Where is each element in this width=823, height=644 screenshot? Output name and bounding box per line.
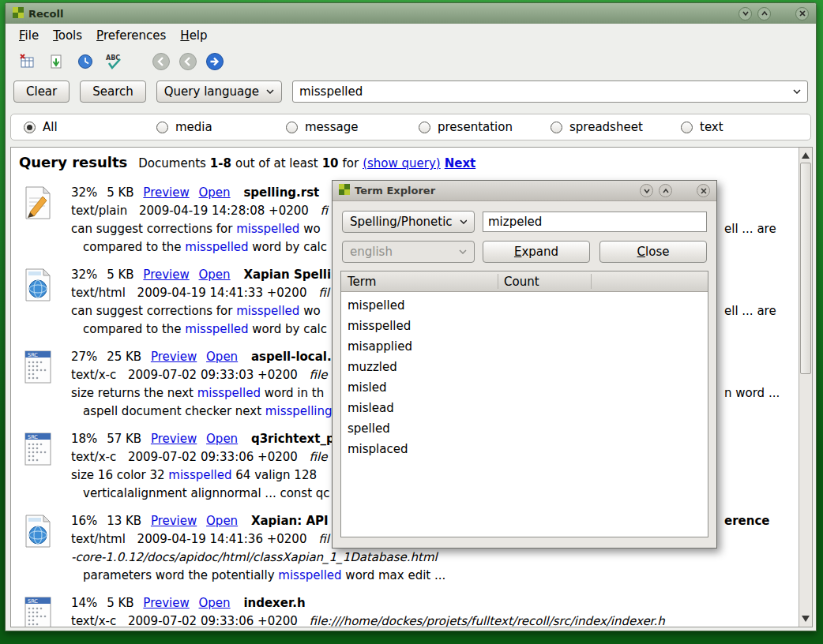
preview-link[interactable]: Preview — [151, 432, 197, 446]
search-term-link[interactable]: misspelled — [236, 222, 299, 236]
term-row[interactable]: misplaced — [341, 439, 708, 459]
search-button[interactable]: Search — [80, 80, 146, 103]
close-button[interactable]: Close — [599, 241, 707, 263]
search-term-link[interactable]: misspelled — [278, 568, 341, 582]
result-url: file — [310, 368, 328, 382]
preview-link[interactable]: Preview — [143, 185, 189, 200]
abstract-text: can suggest corrections for — [71, 222, 236, 236]
scroll-up-button[interactable] — [799, 149, 812, 162]
filter-presentation[interactable]: presentation — [419, 120, 513, 134]
unshade-button[interactable] — [659, 184, 672, 197]
close-button-label: Close — [637, 245, 670, 259]
history-button[interactable] — [75, 51, 96, 72]
filter-message[interactable]: message — [286, 120, 358, 134]
expansion-mode-select[interactable]: Spelling/Phonetic — [342, 211, 475, 233]
term-table-header[interactable]: Term Count — [341, 271, 708, 292]
filter-media[interactable]: media — [156, 120, 212, 134]
open-link[interactable]: Open — [199, 268, 231, 282]
show-query-link[interactable]: (show query) — [363, 156, 441, 170]
menu-preferences[interactable]: Preferences — [89, 25, 173, 46]
shade-button[interactable] — [640, 184, 653, 197]
filter-spreadsheet[interactable]: spreadsheet — [551, 120, 643, 134]
open-link[interactable]: Open — [199, 596, 231, 610]
summary-prefix: Documents — [138, 156, 206, 170]
result-item: SRC 14% 5 KB Preview Open indexer.h — [21, 590, 812, 627]
term-row[interactable]: spelled — [341, 418, 708, 439]
query-language-select[interactable]: Query language — [156, 80, 282, 103]
dialog-title: Term Explorer — [355, 185, 435, 197]
term-cell: mislead — [348, 401, 394, 415]
next-page-button[interactable] — [205, 51, 225, 72]
next-page-link[interactable]: Next — [445, 156, 476, 170]
term-row[interactable]: misspelled — [341, 316, 708, 336]
menu-tools[interactable]: Tools — [46, 25, 89, 46]
scroll-down-button[interactable] — [799, 612, 812, 625]
titlebar[interactable]: Recoll — [6, 3, 816, 24]
query-combobox[interactable] — [292, 80, 808, 103]
result-abstract-line: -core-1.0.12/docs/apidoc/html/classXapia… — [71, 549, 812, 567]
term-row[interactable]: misapplied — [341, 336, 708, 357]
query-input[interactable] — [293, 84, 793, 99]
spellcheck-icon: ABC — [105, 52, 124, 71]
open-link[interactable]: Open — [206, 350, 238, 364]
filter-text[interactable]: text — [681, 120, 723, 134]
search-term-link[interactable]: misspelled — [168, 468, 231, 482]
svg-text:SRC: SRC — [28, 434, 38, 440]
triangle-up-icon — [802, 152, 810, 159]
close-window-button[interactable] — [697, 184, 710, 197]
triangle-down-icon — [802, 616, 810, 622]
preview-link[interactable]: Preview — [151, 350, 197, 364]
shade-button[interactable] — [738, 7, 752, 21]
term-explorer-titlebar[interactable]: Term Explorer — [333, 181, 716, 201]
term-explorer-button[interactable]: ABC — [104, 51, 125, 72]
first-page-button[interactable] — [151, 51, 171, 72]
scrollbar-thumb[interactable] — [800, 163, 811, 374]
clear-button[interactable]: Clear — [13, 80, 70, 103]
language-select[interactable]: english — [342, 241, 475, 263]
search-term-link[interactable]: misspelling — [265, 404, 333, 418]
term-row[interactable]: misled — [341, 377, 708, 398]
open-link[interactable]: Open — [206, 432, 238, 446]
term-cell: spelled — [348, 421, 390, 436]
arrow-left-icon — [179, 52, 197, 71]
source-code-icon: SRC — [21, 596, 55, 627]
menu-help[interactable]: Help — [173, 25, 214, 46]
filter-all[interactable]: All — [24, 120, 58, 134]
expand-button-label: Expand — [514, 245, 558, 259]
unshade-button[interactable] — [757, 7, 771, 21]
result-date: 2009-07-02 09:33:06 +0200 — [128, 450, 298, 464]
language-value: english — [350, 245, 452, 259]
close-button[interactable] — [795, 7, 809, 21]
desktop: Recoll File Tools Preferences Help — [0, 0, 823, 644]
column-term[interactable]: Term — [348, 275, 504, 289]
clear-search-button[interactable] — [17, 51, 37, 72]
term-row[interactable]: muzzled — [341, 357, 708, 377]
column-count[interactable]: Count — [504, 275, 539, 289]
result-url: fil — [318, 532, 329, 546]
preview-link[interactable]: Preview — [151, 514, 197, 528]
save-results-button[interactable] — [46, 51, 66, 72]
menu-file[interactable]: File — [12, 25, 46, 46]
search-term-link[interactable]: misspelled — [236, 304, 299, 318]
search-term-link[interactable]: misspelled — [197, 386, 261, 400]
open-link[interactable]: Open — [206, 514, 238, 528]
clear-table-icon — [18, 53, 36, 70]
abstract-text: size returns the next — [71, 386, 197, 400]
result-mimetype: text/html — [71, 286, 126, 300]
abstract-text: size 16 color 32 — [71, 468, 168, 482]
search-term-link[interactable]: misspelled — [185, 240, 248, 254]
filter-label: presentation — [438, 120, 513, 134]
chevron-down-icon — [266, 89, 274, 94]
open-link[interactable]: Open — [199, 185, 231, 200]
prev-page-button[interactable] — [178, 51, 198, 72]
abstract-text: verticalalignment alignnormal ... const … — [83, 486, 330, 500]
term-row[interactable]: mispelled — [341, 295, 708, 316]
term-row[interactable]: mislead — [341, 398, 708, 418]
preview-link[interactable]: Preview — [143, 596, 189, 610]
term-search-input[interactable] — [483, 212, 707, 232]
preview-link[interactable]: Preview — [143, 268, 189, 282]
results-scrollbar[interactable] — [799, 148, 812, 627]
expand-button[interactable]: Expand — [483, 241, 590, 263]
search-term-link[interactable]: misspelled — [185, 322, 248, 336]
filter-label: spreadsheet — [569, 120, 643, 134]
